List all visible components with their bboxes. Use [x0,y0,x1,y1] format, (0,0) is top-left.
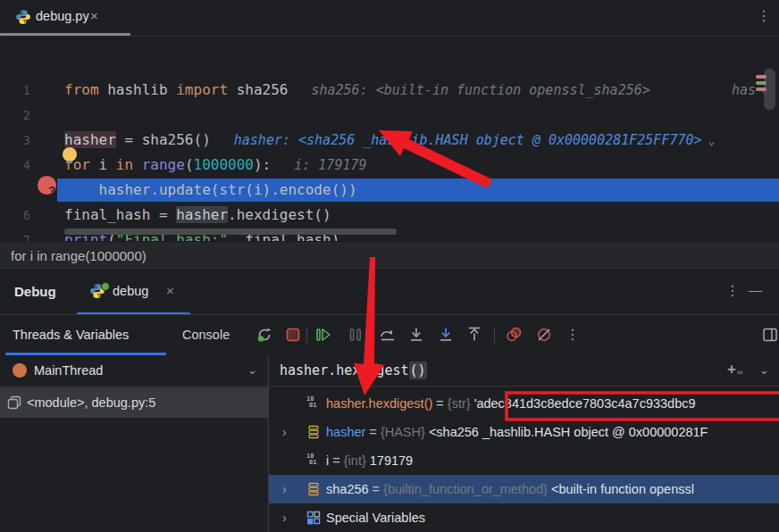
object-icon [306,425,321,439]
debug-session-tab[interactable]: debug [113,284,148,298]
stop-icon[interactable] [284,326,302,344]
code-text: from hashlib import sha256sha256: <built… [64,78,650,103]
variables-panel: hasher.hexdigest() + ∞ ⌄ 1001 hasher.hex… [269,355,779,532]
code-text: for i in range(1000000):i: 179179 [64,153,367,178]
minimize-icon[interactable]: — [749,282,762,297]
inline-debugger-hint: sha256: <built-in function openssl_sha25… [311,82,649,98]
step-over-icon[interactable] [379,326,397,344]
variable-text: i = {int} 179179 [326,446,413,475]
debug-toolbar: Threads & Variables Console [0,314,779,356]
step-out-icon[interactable] [465,326,483,344]
mute-breakpoints-icon[interactable] [535,326,553,344]
tab-console[interactable]: Console [182,315,230,355]
expander-icon[interactable]: › [282,475,287,503]
binary-icon: 1001 [306,396,321,411]
variable-row[interactable]: › Special Variables [269,503,779,532]
line-number: 3 [0,128,30,153]
vcs-marker [756,81,766,85]
tab-close-icon[interactable]: × [90,8,98,23]
add-watch-icon[interactable]: + [727,361,736,378]
active-tab-indicator [0,33,130,36]
step-into-my-code-icon[interactable] [437,326,455,344]
variable-row[interactable]: 1001 i = {int} 179179 [269,446,779,475]
frame-location: <module>, debug.py:5 [27,387,155,418]
step-into-icon[interactable] [407,326,425,344]
line-number: 4 [0,153,30,178]
variable-text: hasher.hexdigest() = {str} 'adec841d3c8e… [326,389,696,418]
tab-title[interactable]: debug.py [36,9,89,23]
variable-text: Special Variables [326,503,425,532]
thread-name: MainThread [34,355,103,386]
line-number: 2 [0,103,30,128]
code-editor[interactable]: 1from hashlib import sha256sha256: <buil… [0,37,779,241]
thread-status-icon [13,363,27,378]
inline-debugger-hint: i: 179179 [294,157,366,173]
thread-selector[interactable]: MainThread ⌄ [0,355,268,387]
object-icon [306,482,321,496]
code-line-5[interactable]: hasher.update(str(i).encode()) [0,178,779,203]
breakpoint-icon[interactable]: ? [38,176,56,195]
add-watch-glasses-icon: ∞ [737,368,742,377]
watch-expression[interactable]: hasher.hexdigest() [280,355,427,386]
code-line-6[interactable]: 6final_hash = hasher.hexdigest() [0,203,779,228]
stack-frame-row[interactable]: <module>, debug.py:5 [0,387,268,418]
variable-row[interactable]: 1001 hasher.hexdigest() = {str} 'adec841… [269,389,779,418]
line-number: 6 [0,203,30,228]
resume-icon[interactable] [314,326,332,344]
python-icon [15,9,31,25]
pycharm-debugger-window: debug.py × ⋮ 1from hashlib import sha256… [0,0,779,532]
horizontal-scrollbar[interactable] [64,229,397,235]
grid-icon [306,511,321,525]
layout-settings-icon[interactable] [761,326,779,344]
toolbar-separator [494,328,495,343]
code-text: hasher = sha256()hasher: <sha256 _hashli… [64,128,715,153]
session-close-icon[interactable]: × [166,283,174,298]
vcs-marker [756,75,766,79]
debug-toolwindow-header: Debug debug × ⋮ — [0,270,779,315]
chevron-down-icon[interactable]: ⌄ [708,134,716,147]
chevron-down-icon[interactable]: ⌄ [247,355,257,386]
variable-text: sha256 = {builtin_function_or_method} <b… [326,475,694,503]
code-line-2[interactable]: 2 [0,103,779,128]
variable-text: hasher = {HASH} <sha256 _hashlib.HASH ob… [326,418,708,446]
code-text: hasher.update(str(i).encode()) [64,178,357,203]
editor-more-options-icon[interactable]: ⋮ [757,9,771,23]
pause-icon[interactable] [347,326,364,344]
frames-panel: MainThread ⌄ <module>, debug.py:5 [0,355,269,532]
toolbar-separator [306,328,307,343]
tab-threads-variables[interactable]: Threads & Variables [13,315,129,355]
rerun-debug-icon[interactable] [255,326,273,344]
running-indicator-icon [101,282,110,291]
code-line-1[interactable]: 1from hashlib import sha256sha256: <buil… [0,78,779,103]
variable-row[interactable]: › hasher = {HASH} <sha256 _hashlib.HASH … [269,418,779,446]
chevron-down-icon[interactable]: ⌄ [759,355,769,386]
evaluate-expression-field[interactable]: hasher.hexdigest() + ∞ ⌄ [269,355,779,387]
toolwindow-more-icon[interactable]: ⋮ [725,284,740,298]
expander-icon[interactable]: › [282,503,287,532]
frames-icon [7,395,21,410]
line-number: 1 [0,78,30,103]
expander-icon[interactable]: › [282,418,287,446]
code-line-3[interactable]: 3hasher = sha256()hasher: <sha256 _hashl… [0,128,779,153]
debugger-context-bar: for i in range(1000000) [0,241,779,270]
view-breakpoints-icon[interactable] [506,326,524,344]
variable-row[interactable]: › sha256 = {builtin_function_or_method} … [269,475,779,503]
editor-tab-bar: debug.py × ⋮ [0,0,779,37]
inline-debugger-hint: hasher: <sha256 _hashlib.HASH object @ 0… [234,132,702,148]
code-text: final_hash = hasher.hexdigest() [64,203,331,228]
intention-lightbulb-icon[interactable] [63,147,77,162]
toolbar-more-icon[interactable]: ⋮ [565,328,580,342]
code-line-4[interactable]: 4for i in range(1000000):i: 179179 [0,153,779,178]
binary-icon: 1001 [306,453,321,468]
vcs-marker [756,87,766,91]
toolwindow-title: Debug [14,284,56,299]
context-text: for i in range(1000000) [11,248,147,263]
